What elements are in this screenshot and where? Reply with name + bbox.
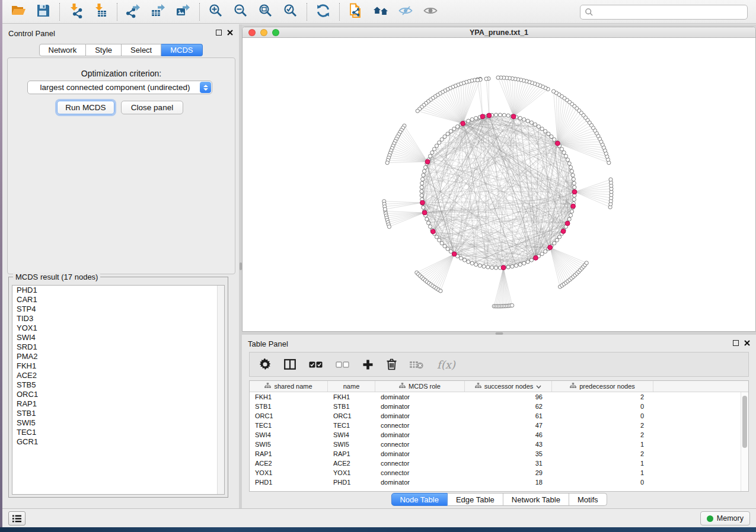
network-node[interactable] xyxy=(474,116,478,120)
tab-motifs[interactable]: Motifs xyxy=(569,493,607,506)
refresh-button[interactable] xyxy=(314,2,333,21)
tab-style[interactable]: Style xyxy=(86,44,122,56)
export-table-button[interactable] xyxy=(149,2,168,21)
cell-successor-nodes[interactable]: 96 xyxy=(465,393,552,400)
network-node[interactable] xyxy=(560,148,563,151)
mcds-hub-node[interactable] xyxy=(572,190,577,194)
import-network-button[interactable] xyxy=(66,2,85,21)
network-node[interactable] xyxy=(428,154,432,158)
run-mcds-button[interactable]: Run MCDS xyxy=(57,101,114,114)
mcds-hub-node[interactable] xyxy=(452,252,457,257)
show-panels-button[interactable] xyxy=(8,511,25,525)
column-header-MCDS-role[interactable]: MCDS role xyxy=(375,381,465,392)
cell-MCDS-role[interactable]: connector xyxy=(375,422,465,429)
table-row[interactable]: FKH1FKH1dominator962 xyxy=(250,392,748,402)
cell-successor-nodes[interactable]: 31 xyxy=(465,460,552,467)
cell-shared-name[interactable]: STB1 xyxy=(250,403,328,410)
network-node[interactable] xyxy=(506,265,510,269)
network-node[interactable] xyxy=(571,174,575,177)
cell-name[interactable]: STB1 xyxy=(328,403,375,410)
table-scrollbar-thumb[interactable] xyxy=(742,396,747,448)
mcds-result-item[interactable]: ACE2 xyxy=(12,371,224,380)
cell-successor-nodes[interactable]: 47 xyxy=(465,422,552,429)
network-node[interactable] xyxy=(438,238,441,242)
network-node[interactable] xyxy=(572,177,575,181)
mcds-hub-node[interactable] xyxy=(501,265,506,270)
column-layout-button[interactable] xyxy=(284,356,296,373)
cell-predecessor-nodes[interactable]: 2 xyxy=(552,431,653,438)
network-node[interactable] xyxy=(540,127,544,130)
network-node[interactable] xyxy=(435,235,438,239)
network-node[interactable] xyxy=(526,119,529,123)
cell-successor-nodes[interactable]: 29 xyxy=(465,469,552,476)
export-network-button[interactable] xyxy=(124,2,143,21)
network-node[interactable] xyxy=(570,169,573,173)
mcds-hub-node[interactable] xyxy=(425,159,430,164)
cell-predecessor-nodes[interactable]: 2 xyxy=(552,450,653,457)
network-node[interactable] xyxy=(547,132,550,136)
cell-MCDS-role[interactable]: dominator xyxy=(375,393,465,400)
cell-successor-nodes[interactable]: 18 xyxy=(465,479,552,486)
column-header-predecessor-nodes[interactable]: predecessor nodes xyxy=(552,381,653,392)
search-box[interactable] xyxy=(580,5,748,20)
vertical-splitter-handle[interactable] xyxy=(240,262,242,270)
network-node[interactable] xyxy=(564,154,567,158)
tab-node-table[interactable]: Node Table xyxy=(391,493,448,506)
cell-shared-name[interactable]: FKH1 xyxy=(250,393,328,400)
mcds-result-item[interactable]: GCR1 xyxy=(12,437,224,447)
cell-name[interactable]: YOX1 xyxy=(328,469,375,476)
cell-MCDS-role[interactable]: dominator xyxy=(375,479,465,486)
network-node[interactable] xyxy=(569,165,572,169)
network-node[interactable] xyxy=(435,144,438,148)
network-node[interactable] xyxy=(470,261,474,265)
mcds-hub-node[interactable] xyxy=(565,221,570,226)
cell-successor-nodes[interactable]: 62 xyxy=(465,403,552,410)
mcds-result-item[interactable]: SWI4 xyxy=(12,333,224,342)
network-node[interactable] xyxy=(449,129,452,133)
cell-MCDS-role[interactable]: dominator xyxy=(375,403,465,410)
network-node[interactable] xyxy=(540,252,544,255)
table-row[interactable]: ACE2ACE2connector311 xyxy=(250,459,748,468)
network-canvas[interactable] xyxy=(243,39,755,331)
cell-shared-name[interactable]: RAP1 xyxy=(250,450,328,457)
network-node[interactable] xyxy=(515,264,518,267)
mcds-result-item[interactable]: FKH1 xyxy=(12,361,224,371)
cell-successor-nodes[interactable]: 46 xyxy=(465,431,552,438)
network-node[interactable] xyxy=(544,129,547,133)
network-node[interactable] xyxy=(470,118,474,121)
close-table-panel-icon[interactable] xyxy=(744,340,750,346)
cell-predecessor-nodes[interactable]: 0 xyxy=(552,479,653,486)
mcds-hub-node[interactable] xyxy=(420,200,425,205)
network-node[interactable] xyxy=(585,261,588,265)
network-node[interactable] xyxy=(420,190,423,193)
mcds-result-item[interactable]: SWI5 xyxy=(12,418,224,428)
close-panel-button[interactable]: Close panel xyxy=(121,101,183,114)
network-node[interactable] xyxy=(569,213,572,217)
cell-predecessor-nodes[interactable]: 0 xyxy=(552,412,653,419)
network-node[interactable] xyxy=(462,258,466,262)
cell-predecessor-nodes[interactable]: 2 xyxy=(552,422,653,429)
network-node[interactable] xyxy=(550,134,553,138)
tab-select[interactable]: Select xyxy=(122,44,161,56)
network-window-titlebar[interactable]: YPA_prune.txt_1 xyxy=(243,27,755,38)
network-node[interactable] xyxy=(422,206,425,209)
network-node[interactable] xyxy=(537,125,540,129)
table-scrollbar[interactable] xyxy=(741,392,748,491)
table-row[interactable]: SWI5SWI5connector431 xyxy=(250,440,748,449)
table-row[interactable]: RAP1RAP1dominator352 xyxy=(250,449,748,459)
table-row[interactable]: PHD1PHD1dominator180 xyxy=(250,477,748,487)
horizontal-splitter-handle[interactable] xyxy=(495,332,503,335)
save-session-button[interactable] xyxy=(34,2,53,21)
network-node[interactable] xyxy=(529,121,533,124)
network-node[interactable] xyxy=(478,264,481,267)
mcds-result-item[interactable]: STP4 xyxy=(12,305,224,314)
network-node[interactable] xyxy=(522,118,526,121)
select-all-button[interactable] xyxy=(309,356,323,373)
column-header-shared-name[interactable]: shared name xyxy=(250,381,328,392)
table-row[interactable]: STB1STB1dominator620 xyxy=(250,402,748,411)
settings-gear-button[interactable] xyxy=(259,356,271,373)
delete-row-button[interactable] xyxy=(387,356,397,373)
mcds-result-item[interactable]: PHD1 xyxy=(12,286,224,295)
cell-shared-name[interactable]: PHD1 xyxy=(250,479,328,486)
cell-name[interactable]: TEC1 xyxy=(328,422,375,429)
